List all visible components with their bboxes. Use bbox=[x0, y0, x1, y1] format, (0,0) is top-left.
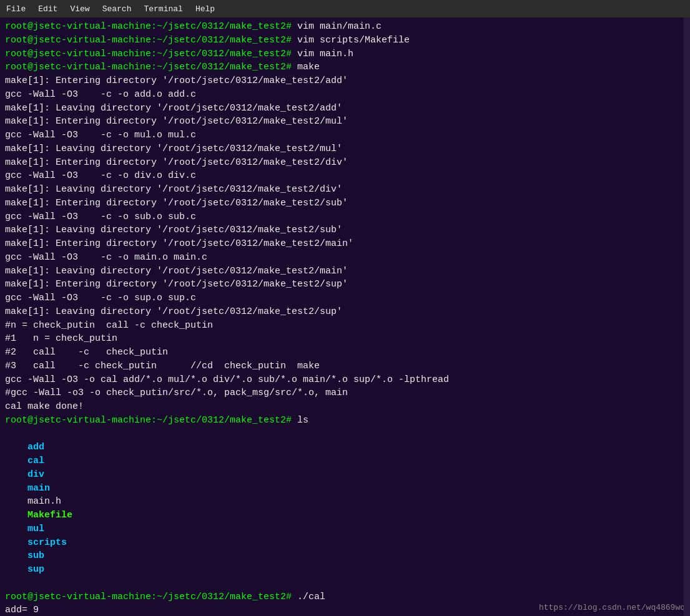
terminal-line: make[1]: Entering directory '/root/jsetc… bbox=[5, 237, 685, 251]
menu-help[interactable]: Help bbox=[193, 3, 217, 15]
menu-search[interactable]: Search bbox=[100, 3, 134, 15]
ls-output-line: add cal div main main.h Makefile mul scr… bbox=[5, 428, 685, 590]
terminal-line: root@jsetc-virtual-machine:~/jsetc/0312/… bbox=[5, 61, 685, 74]
terminal-line: root@jsetc-virtual-machine:~/jsetc/0312/… bbox=[5, 47, 685, 61]
terminal-line: root@jsetc-virtual-machine:~/jsetc/0312/… bbox=[5, 414, 685, 428]
terminal-line: make[1]: Leaving directory '/root/jsetc/… bbox=[5, 102, 685, 115]
terminal-line: #1 n = check_putin bbox=[5, 332, 685, 346]
terminal-line: gcc -Wall -O3 -c -o main.o main.c bbox=[5, 251, 685, 265]
terminal-line: make[1]: Entering directory '/root/jsetc… bbox=[5, 278, 685, 291]
terminal-line: make[1]: Entering directory '/root/jsetc… bbox=[5, 197, 685, 210]
terminal-line: root@jsetc-virtual-machine:~/jsetc/0312/… bbox=[5, 20, 685, 34]
terminal-line: gcc -Wall -O3 -c -o sub.o sub.c bbox=[5, 210, 685, 224]
terminal-line: gcc -Wall -O3 -c -o div.o div.c bbox=[5, 169, 685, 183]
terminal-line: root@jsetc-virtual-machine:~/jsetc/0312/… bbox=[5, 34, 685, 47]
terminal-line: #2 call -c check_putin bbox=[5, 346, 685, 359]
terminal-line: gcc -Wall -O3 -o cal add/*.o mul/*.o div… bbox=[5, 373, 685, 387]
terminal-line: root@jsetc-virtual-machine:~/jsetc/0312/… bbox=[5, 590, 685, 604]
terminal-body[interactable]: root@jsetc-virtual-machine:~/jsetc/0312/… bbox=[0, 17, 690, 616]
menu-view[interactable]: View bbox=[67, 3, 92, 15]
terminal-line: #n = check_putin call -c check_putin bbox=[5, 319, 685, 333]
menu-terminal[interactable]: Terminal bbox=[141, 3, 185, 15]
terminal-line: #gcc -Wall -o3 -o check_putin/src/*.o, p… bbox=[5, 386, 685, 400]
terminal-line: make[1]: Entering directory '/root/jsetc… bbox=[5, 74, 685, 88]
menu-file[interactable]: File bbox=[4, 3, 28, 15]
terminal-line: #3 call -c check_putin //cd check_putin … bbox=[5, 359, 685, 373]
terminal-line: make[1]: Leaving directory '/root/jsetc/… bbox=[5, 305, 685, 319]
menu-edit[interactable]: Edit bbox=[36, 3, 60, 15]
terminal-line: gcc -Wall -O3 -c -o add.o add.c bbox=[5, 88, 685, 102]
terminal-line: make[1]: Entering directory '/root/jsetc… bbox=[5, 115, 685, 129]
terminal-line: make[1]: Leaving directory '/root/jsetc/… bbox=[5, 265, 685, 278]
terminal-line: make[1]: Leaving directory '/root/jsetc/… bbox=[5, 183, 685, 197]
terminal-line: make[1]: Leaving directory '/root/jsetc/… bbox=[5, 223, 685, 237]
terminal-line: gcc -Wall -O3 -c -o sup.o sup.c bbox=[5, 291, 685, 305]
watermark-url: https://blog.csdn.net/wq4869wq bbox=[539, 603, 685, 612]
terminal-line: make[1]: Entering directory '/root/jsetc… bbox=[5, 156, 685, 170]
terminal-line: cal make done! bbox=[5, 400, 685, 414]
menu-bar: File Edit View Search Terminal Help bbox=[0, 0, 690, 17]
terminal-line: make[1]: Leaving directory '/root/jsetc/… bbox=[5, 142, 685, 156]
scrollbar[interactable] bbox=[684, 17, 690, 616]
terminal-line: gcc -Wall -O3 -c -o mul.o mul.c bbox=[5, 129, 685, 142]
